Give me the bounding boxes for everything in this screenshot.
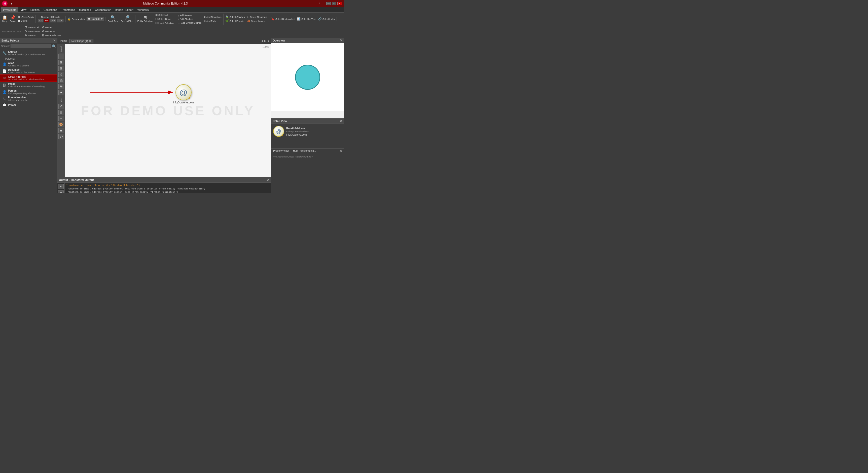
add-children-button[interactable]: ↓ Add Children: [177, 18, 202, 21]
find-in-files-button[interactable]: 🔎 Find in Files: [120, 15, 134, 23]
zoom-to-fit-button[interactable]: ⊡ Zoom to Fit: [24, 25, 41, 29]
zoom-indicator: 100%: [262, 45, 269, 48]
entity-selection-group: ⊞ Entity Selection ⊞ Select All ⊟ Select…: [136, 13, 176, 25]
zoom-out-button[interactable]: ⊖ Zoom Out: [41, 29, 62, 33]
personal-category[interactable]: — Personal: [0, 57, 57, 61]
property-view-close-icon[interactable]: ✕: [338, 149, 344, 154]
view-details-icon[interactable]: ≡: [58, 116, 64, 121]
output-clear-icon[interactable]: 🗑: [58, 190, 64, 193]
view-mode-select[interactable]: 🗺 Normal ▼: [87, 17, 104, 21]
copy-button[interactable]: 📋 Copy: [1, 15, 8, 23]
menu-entities[interactable]: Entities: [28, 7, 41, 12]
phone-entity-icon: 📞: [2, 97, 6, 101]
entity-selection-button[interactable]: ⊞ Entity Selection: [136, 15, 154, 23]
graph-canvas[interactable]: 100% FOR DEMO USE ONLY @ ★: [65, 44, 271, 177]
layout-star-icon[interactable]: ✦: [58, 90, 64, 95]
zoom-in-button[interactable]: ⊕ Zoom In: [41, 25, 62, 29]
maximize-button[interactable]: □: [332, 2, 336, 5]
close-button[interactable]: ✕: [337, 2, 342, 5]
layout-radial-icon[interactable]: ⊙: [58, 72, 64, 77]
hub-transform-tab[interactable]: Hub Transform Inp...: [291, 149, 318, 154]
zoom-selection-button[interactable]: ⊞ Zoom Selection: [41, 33, 62, 37]
list-item[interactable]: 💬 Phrase: [0, 102, 57, 108]
select-leaves-button[interactable]: 🍂 Select Leaves: [246, 19, 268, 23]
num-10k-button[interactable]: 10k: [57, 19, 63, 23]
menu-view[interactable]: View: [19, 7, 28, 12]
menu-machines[interactable]: Machines: [77, 7, 93, 12]
property-view-tab[interactable]: Property View: [271, 149, 291, 154]
list-item[interactable]: 🔧 Service Network service (port and bann…: [0, 50, 57, 57]
menu-windows[interactable]: Windows: [135, 7, 151, 12]
menu-collections[interactable]: Collections: [41, 7, 59, 12]
tab-close-icon[interactable]: ✕: [89, 39, 91, 43]
layout-organic-icon[interactable]: ❋: [58, 84, 64, 89]
invert-selection-button[interactable]: ⊠ Invert Selection: [155, 21, 175, 25]
select-parents-button[interactable]: 🌿 Select Parents: [224, 19, 246, 23]
view-palette-icon[interactable]: 🎨: [58, 122, 64, 127]
delete-button[interactable]: ✖ Delete: [17, 19, 34, 23]
menu-transforms[interactable]: Transforms: [59, 7, 77, 12]
tab-nav-next-icon[interactable]: ▶: [264, 39, 266, 42]
menu-import-export[interactable]: Import | Export: [113, 7, 135, 12]
view-star-icon[interactable]: ★: [58, 128, 64, 133]
email-address-entity-item[interactable]: ✉ Email Address An email mailbox to whic…: [0, 74, 57, 82]
num-256-button[interactable]: 256: [50, 19, 56, 23]
layout-add-icon[interactable]: +: [58, 54, 64, 59]
clear-graph-button[interactable]: 🗑 Clear Graph: [17, 15, 34, 19]
select-all-button[interactable]: ⊞ Select All: [155, 13, 175, 17]
home-tab[interactable]: Home: [58, 39, 69, 43]
layout-tree-icon[interactable]: ⊟: [58, 66, 64, 71]
layout-grid-icon[interactable]: ⊞: [58, 60, 64, 65]
privacy-mode-button[interactable]: 🔒 Privacy Mode: [67, 17, 86, 21]
add-children-icon: ↓: [178, 18, 179, 21]
graph-tab[interactable]: New Graph (1) ✕: [69, 39, 94, 43]
list-item[interactable]: 👤 Alias An alias for a person: [0, 61, 57, 68]
app-menu-arrow[interactable]: ▼: [9, 1, 14, 5]
zoom-to-button[interactable]: ⊚ Zoom to: [24, 33, 41, 37]
num-12-button[interactable]: 12: [38, 19, 43, 23]
detail-view-panel: Detail View ✕ @ ★ Email Address maltego.…: [271, 119, 344, 149]
reverse-links-button[interactable]: ⟵ Reverse Links: [1, 29, 22, 33]
layout-force-icon[interactable]: ⁂: [58, 78, 64, 83]
minimize-button[interactable]: —: [326, 2, 331, 5]
view-list-icon[interactable]: ☰: [58, 110, 64, 115]
overview-canvas[interactable]: [271, 43, 344, 111]
menu-investigate[interactable]: Investigate: [1, 7, 19, 12]
search-execute-icon[interactable]: 🔍: [52, 44, 56, 48]
clear-delete-group: 🗑 Clear Graph ✖ Delete: [17, 15, 34, 23]
add-neighbors-button[interactable]: ⊕ Add Neighbors: [203, 15, 222, 19]
add-similar-siblings-button[interactable]: ↔ Add Similar Siblings: [177, 21, 202, 25]
select-bookmarked-button[interactable]: 🔖 Select Bookmarked: [270, 17, 296, 21]
overview-close-icon[interactable]: ✕: [340, 39, 342, 42]
view-refresh-icon[interactable]: ↺: [58, 104, 64, 109]
quick-find-button[interactable]: 🔍 Quick Find: [106, 15, 119, 23]
entity-palette-close-icon[interactable]: ✕: [53, 39, 56, 42]
tab-nav-down-icon[interactable]: ▼: [267, 39, 270, 42]
clipboard-group: 📋 Copy 📌 Paste 🗑 Clear Graph ✖ Delete: [1, 15, 36, 23]
email-entity-node[interactable]: @ ★ info@paterva.com: [173, 84, 194, 104]
zoom-100-button[interactable]: ⊙ Zoom 100%: [24, 29, 41, 33]
add-parents-button[interactable]: ↑ Add Parents: [177, 13, 202, 17]
select-by-type-button[interactable]: 📊 Select by Type: [296, 17, 317, 21]
detail-view-close-icon[interactable]: ✕: [340, 119, 342, 123]
view-tag-icon[interactable]: 🏷: [58, 134, 64, 139]
select-children-button[interactable]: 🍃 Select Children: [224, 15, 246, 19]
list-item[interactable]: 📞 Phone Number A telephone number: [0, 95, 57, 102]
list-item[interactable]: 👤 Person Entity representing a human: [0, 89, 57, 95]
paste-button[interactable]: 📌 Paste: [9, 15, 17, 23]
output-panel-close-icon[interactable]: ✕: [267, 178, 269, 182]
entity-search-input[interactable]: [10, 44, 51, 48]
select-links-button[interactable]: 🔗 Select Links: [317, 17, 336, 21]
num-50-button[interactable]: 50: [44, 19, 49, 23]
list-item[interactable]: 🖼 Image A visual representation of somet…: [0, 82, 57, 89]
menu-collaboration[interactable]: Collaboration: [93, 7, 113, 12]
add-path-button[interactable]: ⊛ Add Path: [203, 19, 222, 23]
tab-nav-prev-icon[interactable]: ◀: [261, 39, 263, 42]
output-filter-icon[interactable]: ▼: [58, 184, 64, 189]
output-panel-header: Output - Transform Output ✕: [57, 177, 271, 183]
select-none-button[interactable]: ⊟ Select None: [155, 17, 175, 21]
add-neighbors-icon: ⊕: [204, 15, 206, 19]
output-panel: Output - Transform Output ✕ ▼ 🗑 Transfor…: [57, 177, 271, 193]
select-neighbors-button[interactable]: ⬡ Select Neighbors: [246, 15, 268, 19]
list-item[interactable]: 📄 Document A document on the Internet: [0, 68, 57, 74]
